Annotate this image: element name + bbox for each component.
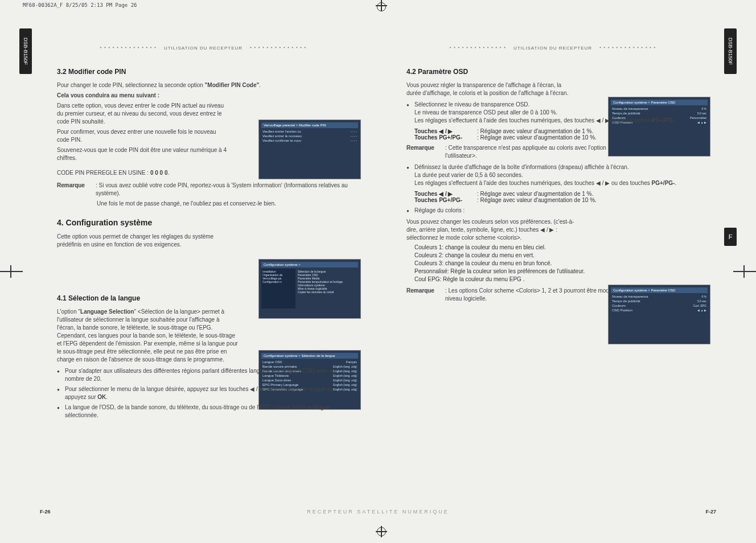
page-left: * * * * * * * * * * * * * * UTILISATION …	[40, 34, 367, 520]
b42-1a: Sélectionnez le niveau de transparence O…	[414, 101, 529, 108]
p-4-1: Cette option vous permet de changer les …	[57, 233, 228, 249]
pin-r2: Veuillez entrer le nouveau	[262, 134, 351, 138]
page-number-right: F-27	[705, 509, 716, 515]
tv1b: : Réglage avec valeur d'augmentation de …	[477, 191, 593, 197]
header-text-right: UTILISATION DU RECEPTEUR	[513, 46, 592, 51]
p-32-4: Souvenez-vous que le code PIN doit être …	[57, 146, 228, 162]
osd2-v2: 5.0 sec	[697, 299, 706, 303]
footer-mid: RECEPTEUR SATELLITE NUMERIQUE	[307, 509, 449, 515]
b41-3: La langue de l'OSD, de la bande sonore, …	[57, 404, 350, 419]
dots-right-2: * * * * * * * * * * * * * *	[599, 46, 656, 51]
crop-bar-right	[733, 268, 756, 275]
p32-5b: 0 0 0 0	[150, 170, 168, 176]
color-list: Couleurs 1: change la couleur du menu en…	[414, 244, 699, 282]
p32-1b: "Modifier PIN Code"	[205, 82, 260, 88]
pin-r3: Veuillez confirmer le nouv	[262, 139, 351, 142]
p-32-2: Dans cette option, vous devez entrer le …	[57, 102, 228, 126]
dots-right-1: * * * * * * * * * * * * * *	[450, 46, 506, 51]
p32-5a: CODE PIN PREREGLE EN USINE :	[57, 170, 150, 176]
b42-2e: .	[675, 180, 676, 186]
tk2b: Touches PG+/PG-	[414, 197, 477, 203]
crop-circle-top	[377, 2, 386, 11]
note-32: Remarque : Si vous avez oublié votre cod…	[57, 182, 350, 198]
col4: Personnalisé: Règle la couleur selon les…	[414, 268, 699, 274]
col1: Couleurs 1: change la couleur du menu en…	[414, 244, 699, 250]
p-42-intro: Vous pouvez régler la transparence de l'…	[406, 81, 577, 97]
p32-5c: .	[168, 170, 170, 176]
b42-2c: Les réglages s'effectuent à l'aide des t…	[414, 180, 652, 186]
b42-2b: La durée peut varier de 0,5 à 60 seconde…	[414, 172, 523, 178]
sys-menu-left: Installation Organisation de Verrouillag…	[261, 269, 295, 308]
col2: Couleurs 2: change la couleur du menu en…	[414, 252, 699, 258]
lang-title: Configuration système > Sélection de la …	[261, 353, 358, 359]
b42-1d: PG+/PG-	[652, 117, 675, 124]
b41-2: Pour sélectionner le menu de la langue d…	[57, 385, 350, 401]
header-receiver-right: * * * * * * * * * * * * * * UTILISATION …	[406, 46, 699, 51]
side-tab-right-model: DSB-B150F	[724, 28, 737, 74]
b42-1c: Les réglages s'effectuent à l'aide des t…	[414, 117, 652, 124]
p-41-1: L'option "Language Selection" <Sélection…	[57, 308, 239, 364]
p-42-col: Vous pouvez changer les couleurs selon v…	[406, 218, 577, 242]
p-32-subhead: Cela vous conduira au menu suivant :	[57, 92, 350, 100]
b42-1b: Le niveau de transparence OSD peut aller…	[414, 109, 557, 116]
bullets-42-a: Sélectionnez le niveau de transparence O…	[406, 101, 699, 125]
side-tab-left-model: DSB-B150F	[19, 28, 32, 74]
heading-4-2: 4.2 Paramètre OSD	[406, 68, 699, 76]
p-32-3: Pour confirmer, vous devez entrer une no…	[57, 128, 228, 144]
col5: Coul EPG: Règle la couleur du menu EPG .	[414, 276, 699, 282]
dots-left-1: * * * * * * * * * * * * * *	[100, 46, 157, 51]
b42-2a: Définissez la durée d'affichage de la bo…	[414, 164, 629, 170]
note-32-cont: Une fois le mot de passe changé, ne l'ou…	[97, 200, 350, 208]
lang-v1: Français	[346, 360, 357, 364]
dots-left-2: * * * * * * * * * * * * * *	[250, 46, 306, 51]
p41-1c: " <Sélection de la langue> permet à l'ut…	[57, 308, 238, 363]
osd2-v3: Coul. EPG	[693, 304, 706, 307]
sys-m4: Configuration s	[262, 280, 294, 283]
tk1a: Touches ◀ / ▶	[414, 128, 477, 134]
sys-menu-right: Sélection de la langue Paramètre OSD Par…	[297, 269, 358, 295]
heading-4: 4. Configuration système	[57, 218, 350, 227]
b42-2d: PG+/PG-	[652, 180, 675, 186]
b42-2: Définissez la durée d'affichage de la bo…	[406, 163, 699, 187]
sys-title: Configuration système >	[261, 262, 358, 268]
tk1b: Touches ◀ / ▶	[414, 191, 477, 197]
b42-1e: .	[675, 117, 676, 124]
osd2-r4: OSD Position	[612, 308, 697, 312]
b41-2c: .	[106, 394, 108, 400]
bullets-42-b: Définissez la durée d'affichage de la bo…	[406, 163, 699, 187]
footer: F-26 RECEPTEUR SATELLITE NUMERIQUE F-27	[40, 509, 716, 515]
p41-1a: L'option "	[57, 308, 80, 315]
screenshot-osd2: Configuration système > Paramètre OSD Ni…	[608, 285, 710, 344]
screenshot-pin-title: Verrouillage parental > Modifier code PI…	[261, 122, 358, 128]
note-label-1: Remarque	[57, 182, 96, 198]
side-tab-f: F	[724, 228, 737, 246]
b42-1: Sélectionnez le niveau de transparence O…	[406, 101, 699, 125]
note32-text-1: : Si vous avez oublié votre code PIN, re…	[96, 182, 350, 198]
b42-3: Réglage du coloris :	[406, 207, 699, 215]
b41-2b: OK	[97, 394, 106, 400]
bullets-42-c: Réglage du coloris :	[406, 207, 699, 215]
p32-1c: .	[259, 82, 261, 88]
screenshot-sysconfig: Configuration système > Installation Org…	[258, 259, 361, 319]
page-spread: * * * * * * * * * * * * * * UTILISATION …	[40, 34, 716, 520]
pin-r1: Veuillez entrer l'ancien co	[262, 130, 351, 133]
tv2b: : Réglage avec valeur d'augmentation de …	[477, 197, 597, 203]
p32-1a: Pour changer le code PIN, sélectionnez l…	[57, 82, 205, 88]
p41-1b: Language Selection	[80, 308, 134, 315]
screenshot-pin: Verrouillage parental > Modifier code PI…	[258, 120, 361, 179]
tk2a: Touches PG+/PG-	[414, 134, 477, 141]
page-number-left: F-26	[40, 509, 51, 515]
page-right: * * * * * * * * * * * * * * UTILISATION …	[389, 34, 716, 520]
osd2-r1: Niveau de transparence	[612, 295, 701, 298]
col3: Couleurs 3: change la couleur du menu en…	[414, 260, 699, 266]
heading-3-2: 3.2 Modifier code PIN	[57, 68, 350, 76]
print-header: MF68-00362A_F 8/25/05 2:13 PM Page 26	[23, 2, 137, 8]
bullets-41: Pour s'adapter aux utilisateurs des diff…	[57, 367, 350, 419]
osd2-v1: 0 %	[701, 295, 706, 298]
note-label-3: Remarque	[406, 287, 445, 303]
p-32-intro: Pour changer le code PIN, sélectionnez l…	[57, 81, 350, 89]
osd2-r3: Couleurs	[612, 304, 693, 307]
touches-block-2: Touches ◀ / ▶: Réglage avec valeur d'aug…	[414, 191, 699, 203]
osd1-v1: 0 %	[701, 107, 706, 110]
tv2a: : Réglage avec valeur d'augmentation de …	[477, 134, 597, 141]
